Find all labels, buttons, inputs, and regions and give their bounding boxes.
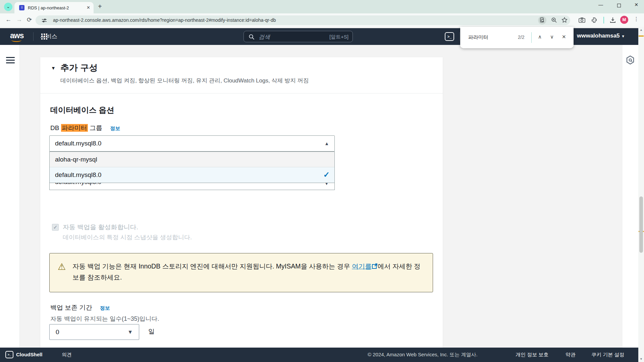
feedback-link[interactable]: 의견: [62, 352, 72, 358]
tab-search-button[interactable]: ⌄: [4, 3, 12, 11]
db-options-title: 데이터베이스 옵션: [50, 105, 114, 115]
tab-close-icon[interactable]: ✕: [87, 5, 90, 10]
find-match-count: 2/2: [518, 35, 524, 40]
section-title[interactable]: 추가 구성: [60, 62, 98, 74]
window-close-button[interactable]: ✕: [631, 2, 641, 7]
rds-favicon: ⠿: [19, 5, 24, 10]
find-in-page-icon[interactable]: [538, 16, 546, 24]
option-group-select-partial[interactable]: default.mysql8.0 ▼: [49, 183, 335, 190]
browser-menu-icon[interactable]: ⋮: [634, 16, 639, 22]
option-default-mysql8[interactable]: default.mysql8.0 ✓: [50, 167, 334, 183]
browser-tab-bar: ⌄ ⠿ RDS | ap-northeast-2 ✕ + — ✕: [0, 0, 644, 13]
warning-icon: ⚠: [58, 261, 66, 272]
window-minimize-button[interactable]: —: [596, 2, 606, 7]
copyright-text: © 2024, Amazon Web Services, Inc. 또는 계열사…: [368, 352, 478, 358]
enable-backup-checkbox[interactable]: ✓: [52, 224, 59, 231]
find-next-icon[interactable]: ∨: [550, 34, 554, 40]
additional-configuration-card: ▼ 추가 구성 데이터베이스 옵션, 백업 켜짐, 향상된 모니터링 꺼짐, 유…: [40, 57, 443, 348]
window-maximize-button[interactable]: [617, 4, 621, 7]
chevron-down-icon: ▼: [621, 34, 625, 38]
camera-icon[interactable]: [579, 17, 585, 23]
retention-label: 백업 보존 기간 정보: [50, 303, 110, 312]
info-link-parameter-group[interactable]: 정보: [110, 125, 120, 131]
back-icon[interactable]: ←: [5, 16, 11, 23]
scrollbar-up-icon[interactable]: ▲: [638, 28, 644, 32]
services-menu[interactable]: 서비스: [40, 33, 57, 40]
enable-backup-label: 자동 백업을 활성화합니다.: [63, 223, 138, 232]
scrollbar-thumb[interactable]: [639, 196, 643, 253]
warning-text: 자동 백업 기능은 현재 InnoDB 스토리지 엔진에 대해서만 지원됩니다.…: [72, 261, 424, 283]
find-highlight-active: 파라미터: [61, 124, 88, 132]
forward-icon[interactable]: →: [16, 16, 22, 23]
retention-description: 자동 백업이 유지되는 일수(1~35)입니다.: [50, 315, 159, 323]
profile-avatar[interactable]: M: [620, 16, 628, 24]
reload-icon[interactable]: ⟳: [27, 16, 32, 23]
browser-tab[interactable]: ⠿ RDS | ap-northeast-2 ✕: [14, 2, 94, 13]
find-query-input[interactable]: 파라미터: [468, 34, 488, 41]
section-summary: 데이터베이스 옵션, 백업 켜짐, 향상된 모니터링 꺼짐, 유지 관리, Cl…: [60, 77, 309, 84]
backup-warning-alert: ⚠ 자동 백업 기능은 현재 InnoDB 스토리지 엔진에 대해서만 지원됩니…: [49, 253, 433, 292]
amazon-q-icon[interactable]: [625, 55, 635, 65]
extensions-icon[interactable]: [591, 17, 597, 23]
console-footer: >_ CloudShell 의견 © 2024, Amazon Web Serv…: [0, 348, 644, 362]
find-bar[interactable]: 파라미터 2/2 ∧ ∨ ✕: [460, 27, 574, 48]
find-match-marker: [639, 36, 644, 37]
hamburger-menu-icon[interactable]: [6, 57, 15, 64]
find-bar-separator: [531, 32, 532, 43]
section-collapse-icon[interactable]: ▼: [51, 65, 56, 71]
new-tab-button[interactable]: +: [98, 3, 102, 10]
cloudshell-icon[interactable]: >_: [445, 32, 454, 41]
retention-period-select[interactable]: 0 ▼: [49, 324, 139, 340]
info-link-retention[interactable]: 정보: [100, 305, 110, 311]
chevron-down-icon: ▼: [324, 183, 329, 186]
search-icon: [249, 34, 255, 40]
cloudshell-button[interactable]: CloudShell: [16, 352, 42, 357]
url-text: ap-northeast-2.console.aws.amazon.com/rd…: [53, 17, 276, 23]
right-help-rail: [623, 45, 638, 348]
site-settings-icon[interactable]: [42, 18, 47, 23]
toolbar-separator: [603, 17, 604, 23]
search-shortcut: [알트+S]: [329, 34, 348, 40]
zoom-icon[interactable]: [551, 17, 557, 23]
account-menu[interactable]: wwwalohamsa5 ▼: [577, 33, 625, 39]
enable-backup-description: 데이터베이스의 특정 시점 스냅샷을 생성합니다.: [63, 233, 192, 241]
db-parameter-group-label: DB 파라미터 그룹 정보: [50, 124, 120, 132]
chevron-up-icon: ▲: [324, 136, 329, 151]
divider: [40, 93, 443, 94]
downloads-icon[interactable]: [609, 17, 616, 23]
search-placeholder: 검색: [259, 33, 270, 41]
db-parameter-group-listbox: aloha-qr-mysql default.mysql8.0 ✓: [49, 152, 335, 183]
aws-logo[interactable]: aws: [10, 31, 23, 40]
check-icon: ✓: [323, 167, 330, 182]
navbar-divider: [33, 32, 34, 41]
address-bar[interactable]: ap-northeast-2.console.aws.amazon.com/rd…: [36, 15, 570, 25]
external-link-icon: [372, 263, 378, 269]
cookie-preferences-link[interactable]: 쿠키 기본 설정: [591, 352, 624, 358]
scrollbar-down-icon[interactable]: ▼: [638, 357, 644, 361]
scrollbar[interactable]: ▲ ▼: [638, 27, 644, 362]
option-aloha-qr-mysql[interactable]: aloha-qr-mysql: [50, 152, 334, 167]
aws-search-input[interactable]: 검색 [알트+S]: [244, 31, 353, 42]
collapsed-side-nav: [0, 45, 20, 348]
bookmark-star-icon[interactable]: [561, 17, 568, 23]
cloudshell-icon[interactable]: >_: [5, 351, 13, 358]
db-parameter-group-select[interactable]: default.mysql8.0 ▲: [49, 135, 335, 152]
navbar-divider-2: [459, 32, 460, 41]
browser-toolbar: ← → ⟳ ap-northeast-2.console.aws.amazon.…: [0, 13, 644, 27]
find-previous-icon[interactable]: ∧: [538, 34, 542, 40]
terms-link[interactable]: 약관: [566, 352, 576, 358]
here-link[interactable]: 여기를: [352, 262, 372, 270]
find-close-icon[interactable]: ✕: [562, 34, 566, 40]
privacy-link[interactable]: 개인 정보 보호: [516, 352, 548, 358]
retention-unit: 일: [148, 327, 155, 336]
tab-title: RDS | ap-northeast-2: [28, 5, 69, 10]
chevron-down-icon: ▼: [127, 324, 133, 340]
